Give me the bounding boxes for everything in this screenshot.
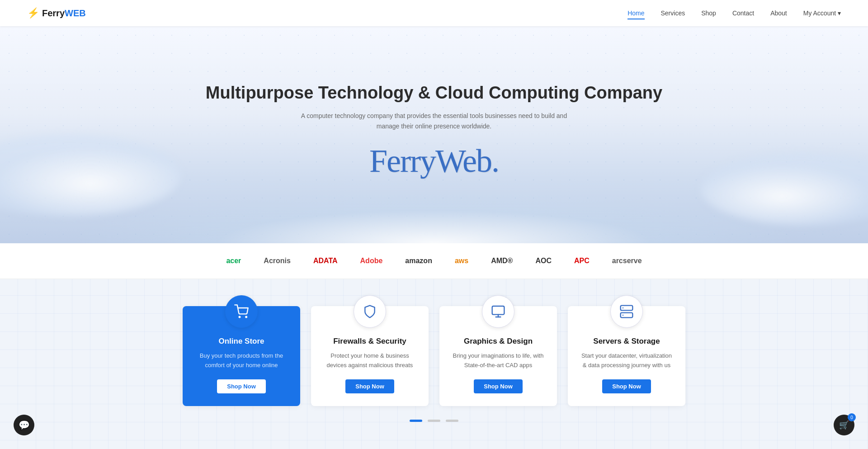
pagination-dot-2[interactable] (446, 420, 458, 422)
cloud-left (0, 135, 181, 216)
svg-rect-5 (621, 306, 633, 311)
hero-subtitle: A computer technology company that provi… (298, 111, 570, 131)
brand-logo-acronis: Acronis (264, 257, 291, 265)
cloud-right (701, 153, 868, 225)
brand-logo-apc: APC (574, 257, 590, 265)
service-card-online-store: Online StoreBuy your tech products from … (183, 306, 300, 406)
service-desc-online-store: Buy your tech products from the comfort … (195, 351, 288, 370)
service-card-firewalls: Firewalls & SecurityProtect your home & … (311, 306, 429, 406)
service-title-servers: Servers & Storage (580, 337, 673, 346)
nav-item-contact[interactable]: Contact (732, 9, 754, 19)
service-title-graphics: Graphics & Design (452, 337, 544, 346)
service-icon-online-store (225, 295, 258, 328)
service-card-servers: Servers & StorageStart your datacenter, … (568, 306, 685, 406)
service-icon-firewalls (354, 295, 386, 328)
nav-item-about[interactable]: About (770, 9, 787, 19)
service-desc-servers: Start your datacenter, virtualization & … (580, 351, 673, 370)
service-title-firewalls: Firewalls & Security (324, 337, 416, 346)
svg-point-0 (239, 317, 241, 318)
shop-btn-firewalls[interactable]: Shop Now (345, 379, 394, 393)
hero-section: Multipurpose Technology & Cloud Computin… (0, 26, 868, 243)
brand-logo-amazon: amazon (405, 257, 432, 265)
svg-point-1 (245, 317, 247, 318)
pagination-dots (36, 420, 832, 422)
brand-logo-adobe: Adobe (360, 257, 383, 265)
shop-btn-online-store[interactable]: Shop Now (217, 379, 266, 393)
brand-logo-aoc: AOC (535, 257, 552, 265)
nav-item-shop[interactable]: Shop (701, 9, 716, 19)
shop-btn-graphics[interactable]: Shop Now (474, 379, 523, 393)
hero-signature: FerryWeb. (369, 145, 499, 177)
brand-logo-amd®: AMD® (491, 257, 513, 265)
nav-item-services[interactable]: Services (661, 9, 685, 19)
svg-rect-2 (492, 306, 505, 315)
services-section: Online StoreBuy your tech products from … (0, 279, 868, 449)
brand-logo-arcserve: arcserve (612, 257, 642, 265)
pagination-dot-0[interactable] (410, 420, 422, 422)
services-cards: Online StoreBuy your tech products from … (36, 306, 832, 406)
nav-item-my-account[interactable]: My Account ▾ (803, 9, 841, 19)
navbar: ⚡ FerryWEB HomeServicesShopContactAboutM… (0, 0, 868, 26)
brand-logo-aws: aws (455, 257, 468, 265)
brand-logos-bar: acerAcronisADATAAdobeamazonawsAMD®AOCAPC… (0, 243, 868, 279)
logo-text: FerryWEB (42, 8, 86, 19)
service-card-graphics: Graphics & DesignBring your imaginations… (439, 306, 557, 406)
service-title-online-store: Online Store (195, 337, 288, 346)
svg-rect-6 (621, 313, 633, 318)
logo[interactable]: ⚡ FerryWEB (27, 7, 86, 19)
service-icon-graphics (482, 295, 514, 328)
cart-bubble[interactable]: 🛒 0 (834, 415, 854, 435)
hero-title: Multipurpose Technology & Cloud Computin… (206, 83, 662, 103)
service-desc-firewalls: Protect your home & business devices aga… (324, 351, 416, 370)
brand-logo-acer: acer (226, 257, 241, 265)
service-icon-servers (610, 295, 643, 328)
nav-item-home[interactable]: Home (627, 9, 644, 19)
shop-btn-servers[interactable]: Shop Now (602, 379, 651, 393)
chat-bubble[interactable]: 💬 (14, 415, 34, 435)
service-desc-graphics: Bring your imaginations to life, with St… (452, 351, 544, 370)
brand-logo-adata: ADATA (313, 257, 338, 265)
cart-count: 0 (848, 413, 856, 421)
logo-icon: ⚡ (27, 7, 39, 19)
pagination-dot-1[interactable] (428, 420, 440, 422)
nav-menu: HomeServicesShopContactAboutMy Account ▾ (627, 9, 841, 17)
